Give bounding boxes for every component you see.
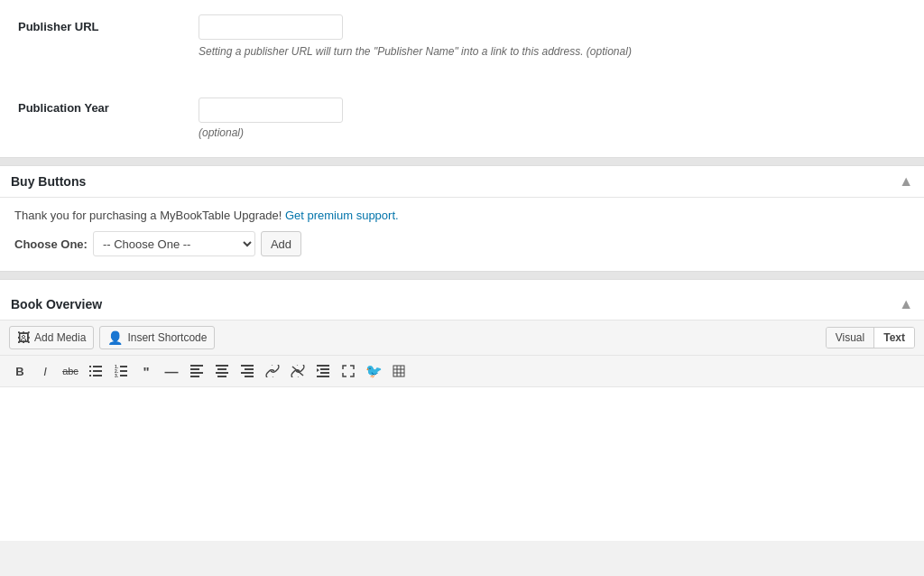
format-toolbar: B I abc 1.2.3. " — xyxy=(0,356,924,387)
fullscreen-button[interactable] xyxy=(337,360,359,382)
insert-shortcode-label: Insert Shortcode xyxy=(127,331,207,344)
premium-support-link[interactable]: Get premium support. xyxy=(285,209,399,222)
view-tabs: Visual Text xyxy=(826,327,915,348)
section-divider-1 xyxy=(0,157,924,166)
svg-marker-29 xyxy=(317,368,319,372)
align-left-button[interactable] xyxy=(186,360,208,382)
buy-buttons-header[interactable]: Buy Buttons ▲ xyxy=(0,166,924,198)
svg-rect-11 xyxy=(120,375,127,376)
svg-rect-30 xyxy=(393,366,404,376)
svg-rect-23 xyxy=(245,376,254,377)
indent-button[interactable] xyxy=(312,360,334,382)
section-divider-2 xyxy=(0,271,924,280)
ordered-list-button[interactable]: 1.2.3. xyxy=(110,360,132,382)
svg-text:3.: 3. xyxy=(115,373,119,377)
add-media-label: Add Media xyxy=(34,331,86,344)
add-media-icon: 🖼 xyxy=(17,330,30,345)
svg-rect-16 xyxy=(216,365,228,367)
bold-button[interactable]: B xyxy=(9,360,31,382)
choose-one-row: Choose One: -- Choose One -- Amazon Barn… xyxy=(14,231,910,256)
svg-rect-26 xyxy=(320,368,329,370)
unordered-list-button[interactable] xyxy=(85,360,106,382)
publisher-url-hint: Setting a publisher URL will turn the "P… xyxy=(199,45,906,58)
svg-rect-27 xyxy=(320,372,329,374)
svg-rect-12 xyxy=(190,365,203,367)
buy-buttons-message-text: Thank you for purchasing a MyBookTable U… xyxy=(14,209,282,222)
buy-buttons-toggle-icon: ▲ xyxy=(899,173,913,190)
italic-button[interactable]: I xyxy=(34,360,56,382)
svg-rect-0 xyxy=(89,366,91,367)
publication-year-optional: (optional) xyxy=(199,126,906,139)
publisher-url-section: Publisher URL Setting a publisher URL wi… xyxy=(0,0,924,88)
svg-rect-25 xyxy=(317,365,329,367)
publication-year-label: Publication Year xyxy=(18,98,199,115)
svg-rect-18 xyxy=(216,372,228,374)
svg-rect-10 xyxy=(120,370,127,372)
svg-rect-21 xyxy=(245,368,254,370)
buy-buttons-section: Buy Buttons ▲ Thank you for purchasing a… xyxy=(0,166,924,271)
text-tab[interactable]: Text xyxy=(874,328,914,348)
editor-toolbar: 🖼 Add Media 👤 Insert Shortcode Visual Te… xyxy=(0,321,924,356)
choose-one-label: Choose One: xyxy=(14,237,88,251)
svg-rect-14 xyxy=(190,372,203,374)
book-overview-toggle-icon: ▲ xyxy=(899,296,913,312)
buy-buttons-body: Thank you for purchasing a MyBookTable U… xyxy=(0,198,924,271)
buy-buttons-title: Buy Buttons xyxy=(11,174,86,189)
align-right-button[interactable] xyxy=(236,360,258,382)
svg-rect-28 xyxy=(317,376,329,377)
editor-area[interactable] xyxy=(0,387,924,541)
svg-rect-22 xyxy=(241,372,254,374)
svg-rect-17 xyxy=(217,368,226,370)
svg-rect-2 xyxy=(89,375,91,376)
choose-one-select[interactable]: -- Choose One -- Amazon Barnes & Noble A… xyxy=(93,231,255,256)
svg-rect-9 xyxy=(120,366,127,367)
publication-year-row: Publication Year (optional) xyxy=(0,88,924,157)
visual-tab[interactable]: Visual xyxy=(827,328,874,348)
unlink-button[interactable] xyxy=(287,360,309,382)
insert-shortcode-icon: 👤 xyxy=(107,330,123,345)
svg-rect-19 xyxy=(217,376,226,377)
publication-year-input[interactable] xyxy=(199,98,343,123)
add-button[interactable]: Add xyxy=(261,231,301,256)
publisher-url-content: Setting a publisher URL will turn the "P… xyxy=(199,14,906,58)
svg-rect-15 xyxy=(190,376,199,377)
book-overview-section: Book Overview ▲ 🖼 Add Media 👤 Insert Sho… xyxy=(0,289,924,541)
publication-year-content: (optional) xyxy=(199,98,906,139)
svg-rect-1 xyxy=(89,370,91,372)
svg-rect-13 xyxy=(190,368,199,370)
page-wrapper: Publisher URL Setting a publisher URL wi… xyxy=(0,0,924,541)
svg-rect-5 xyxy=(93,375,102,376)
svg-rect-20 xyxy=(241,365,254,367)
insert-shortcode-button[interactable]: 👤 Insert Shortcode xyxy=(99,326,215,349)
link-button[interactable] xyxy=(262,360,283,382)
table-button[interactable] xyxy=(388,360,410,382)
svg-rect-3 xyxy=(93,366,102,367)
book-overview-header[interactable]: Book Overview ▲ xyxy=(0,289,924,321)
publisher-url-label: Publisher URL xyxy=(18,14,199,33)
svg-rect-4 xyxy=(93,370,102,372)
twitter-button[interactable]: 🐦 xyxy=(363,360,384,382)
buy-buttons-message: Thank you for purchasing a MyBookTable U… xyxy=(14,209,910,222)
strikethrough-button[interactable]: abc xyxy=(60,360,81,382)
book-overview-title: Book Overview xyxy=(11,297,102,311)
add-media-button[interactable]: 🖼 Add Media xyxy=(9,326,94,349)
horizontal-rule-button[interactable]: — xyxy=(161,360,182,382)
align-center-button[interactable] xyxy=(211,360,233,382)
publisher-url-input[interactable] xyxy=(199,14,343,40)
blockquote-button[interactable]: " xyxy=(135,360,157,382)
publisher-url-row: Publisher URL Setting a publisher URL wi… xyxy=(18,14,906,58)
